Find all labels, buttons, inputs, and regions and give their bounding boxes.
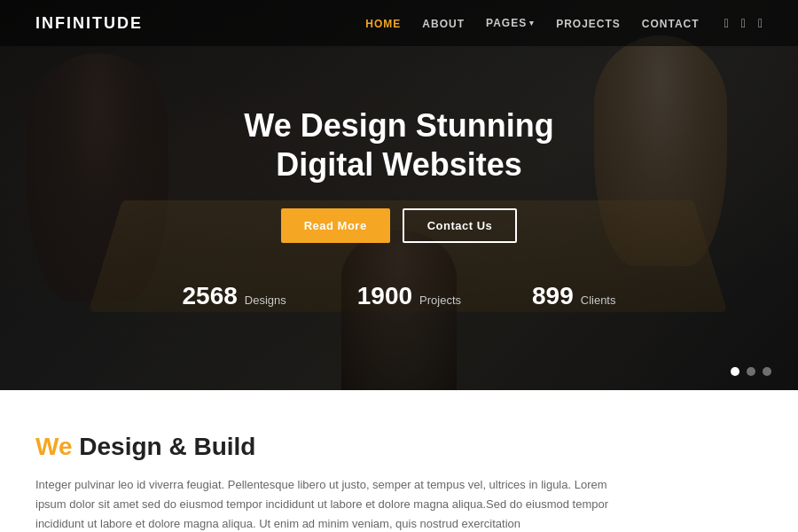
- carousel-dots: [731, 367, 771, 376]
- stat-clients-label: Clients: [581, 293, 616, 307]
- carousel-dot-2[interactable]: [747, 367, 755, 376]
- hero-stats: 2568 Designs 1900 Projects 899 Clients: [183, 282, 616, 310]
- social-icons:   : [724, 16, 763, 30]
- carousel-dot-3[interactable]: [763, 367, 771, 376]
- stat-clients: 899 Clients: [532, 282, 615, 310]
- section-heading: We Design & Build: [35, 433, 763, 461]
- stat-designs: 2568 Designs: [183, 282, 286, 310]
- section-heading-rest: Design & Build: [73, 433, 256, 460]
- twitter-icon[interactable]: : [741, 16, 746, 30]
- stat-designs-label: Designs: [245, 293, 286, 307]
- carousel-dot-1[interactable]: [731, 367, 739, 376]
- stat-projects: 1900 Projects: [357, 282, 461, 310]
- contact-us-button[interactable]: Contact Us: [403, 208, 518, 243]
- nav-item-pages[interactable]: PAGES ▾: [486, 17, 535, 29]
- stat-clients-number: 899: [532, 282, 574, 310]
- hero-title: We Design Stunning Digital Websites: [244, 106, 553, 183]
- brand-logo[interactable]: INFINITUDE: [35, 14, 143, 33]
- chevron-down-icon: ▾: [529, 19, 535, 27]
- stat-projects-number: 1900: [357, 282, 412, 310]
- stat-projects-label: Projects: [419, 293, 461, 307]
- hero-content: We Design Stunning Digital Websites Read…: [0, 0, 798, 390]
- nav-item-contact[interactable]: CONTACT: [642, 18, 700, 30]
- nav-item-home[interactable]: HOME: [365, 18, 401, 30]
- navigation: INFINITUDE HOME ABOUT PAGES ▾ PROJECTS C…: [0, 0, 798, 46]
- stat-designs-number: 2568: [183, 282, 238, 310]
- instagram-icon[interactable]: : [758, 16, 763, 30]
- section-heading-highlight: We: [35, 433, 73, 460]
- facebook-icon[interactable]: : [724, 16, 729, 30]
- hero-buttons: Read More Contact Us: [281, 208, 518, 243]
- design-build-section: We Design & Build Integer pulvinar leo i…: [0, 390, 798, 532]
- hero-section: We Design Stunning Digital Websites Read…: [0, 0, 798, 390]
- nav-item-projects[interactable]: PROJECTS: [556, 18, 621, 30]
- nav-links: HOME ABOUT PAGES ▾ PROJECTS CONTACT: [365, 15, 699, 31]
- section-body-text: Integer pulvinar leo id viverra feugiat.…: [35, 475, 638, 532]
- nav-item-about[interactable]: ABOUT: [422, 18, 465, 30]
- read-more-button[interactable]: Read More: [281, 208, 390, 243]
